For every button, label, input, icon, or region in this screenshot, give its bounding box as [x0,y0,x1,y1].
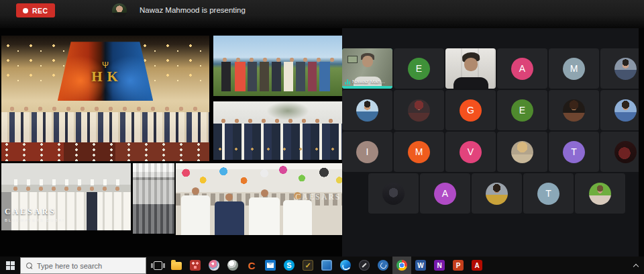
participant-tile-dark[interactable] [368,173,419,214]
onenote-icon-glyph: N [434,260,445,271]
recording-badge: REC [16,3,55,17]
meeting-top-bar: REC Nawaz Mahmood is presenting [0,0,644,28]
avatar-photo-redhead-woman [408,99,430,122]
audio-indicator-icon [345,79,350,85]
group-bodies [213,62,346,91]
app-icon-pink-round[interactable] [205,257,223,274]
avatar-letter: A [434,183,456,205]
balloons [176,163,346,187]
app-icon-red[interactable] [186,257,205,274]
participants-grid: Nawaz Mah...EAMGEIMVTAT [342,28,639,257]
skype-icon[interactable]: S [280,257,299,274]
chrome-icon[interactable] [392,257,411,274]
video-tile-participant[interactable] [445,48,496,89]
app-icon-blue-round[interactable] [374,257,392,274]
participant-tile-V[interactable]: V [445,132,496,172]
meeting-window: REC Nawaz Mahmood is presenting Ψ HK [0,0,644,274]
search-icon [26,263,32,269]
edge-icon[interactable] [336,257,355,274]
windows-logo-icon [6,261,15,270]
avatar-letter: I [356,141,378,163]
avatar-photo-man-outdoor [356,99,378,122]
onenote-icon[interactable]: N [430,257,449,274]
app-icon-blue-square[interactable] [317,257,336,274]
task-view-button-glyph [154,261,162,270]
participant-tile-A[interactable]: A [420,173,470,214]
ccleaner-icon[interactable]: C [242,257,261,274]
presenter-avatar [112,3,127,18]
photo-hk-restaurant: Ψ HK [1,36,209,161]
edge-icon-glyph [340,260,351,271]
app-icon-dark-round[interactable] [355,257,374,274]
windows-taskbar: CS✓WNPA [0,257,644,274]
presented-screen[interactable]: Ψ HK CAESARS BLUEWATERS DUBAI [0,28,342,257]
trident-icon: Ψ [102,62,109,68]
avatar-letter: M [408,141,430,163]
caesars-logo-text: CAESARS [5,207,64,217]
participant-tile-woman-green[interactable] [575,173,625,214]
participant-tile-G[interactable]: G [445,90,496,130]
staff-row-heads [5,105,205,113]
participant-tile-T[interactable]: T [523,173,574,214]
avatar-letter: E [408,58,430,80]
taskbar-search[interactable] [20,257,146,274]
app-icon-blue-square-glyph [321,260,332,271]
participant-tile-woman-yellow[interactable] [472,173,522,214]
avatar-photo-blonde-woman [511,141,533,163]
caesars-sub-text: BLUEWATERS DUBAI [5,218,64,222]
participant-tile-I[interactable]: I [342,132,392,172]
skype-icon-glyph: S [284,260,294,271]
task-view-button[interactable] [148,257,167,274]
file-explorer-icon[interactable] [167,257,186,274]
avatar-photo-woman-yellow [486,183,508,205]
avatar-letter: G [460,99,482,122]
acrobat-icon[interactable]: A [468,257,486,274]
person-chef [181,187,210,235]
app-icon-dark-round-glyph [359,260,370,271]
participant-tile-T[interactable]: T [549,132,599,172]
participant-name-tag: Nawaz Mah... [345,79,385,85]
staff-row-bodies [1,112,209,145]
avatar-photo-woman-blue [614,99,637,122]
mail-icon[interactable] [261,257,280,274]
search-input[interactable] [37,262,138,270]
recording-label: REC [32,7,48,15]
participant-tile-E[interactable]: E [497,90,547,130]
photo-outdoor-group [213,36,346,96]
participant-tile-redhead-woman[interactable] [394,90,444,130]
powerpoint-icon-glyph: P [453,260,464,271]
avatar-photo-man-blue [614,58,637,80]
avatar-letter: M [563,58,585,80]
recording-dot-icon [23,8,28,13]
caesars-watermark: CAESARS [295,192,341,202]
participant-video [445,48,496,89]
dining-tables [1,142,209,161]
hk-logo-text: HK [91,68,123,85]
avatar-letter: T [537,183,559,205]
avatar-letter: A [511,58,533,80]
participant-tile-man-outdoor[interactable] [342,90,392,130]
powerpoint-icon[interactable]: P [449,257,468,274]
avatar-letter: T [563,141,585,163]
app-icon-grey-round-glyph [227,260,238,271]
show-hidden-icons-chevron[interactable] [634,263,639,268]
wall-picture [347,56,358,63]
participant-tile-woman-blue[interactable] [600,90,639,130]
participant-tile-woman-warm[interactable] [549,90,599,130]
hk-logo: Ψ HK [88,62,123,85]
start-button[interactable] [0,257,20,274]
participant-tile-A[interactable]: A [497,48,547,89]
participant-tile-M[interactable]: M [394,132,444,172]
participant-tile-blonde-woman[interactable] [497,132,547,172]
active-speaker-bar [342,86,392,89]
security-check-icon[interactable]: ✓ [299,257,317,274]
ccleaner-icon-glyph: C [246,260,257,271]
participant-tile-E[interactable]: E [394,48,444,89]
video-tile-presenter[interactable]: Nawaz Mah... [342,48,392,89]
participant-tile-man-blue[interactable] [600,48,639,89]
participant-tile-dark-red[interactable] [600,132,639,172]
avatar-photo-woman-green [589,183,611,205]
app-icon-grey-round[interactable] [223,257,242,274]
participant-tile-M[interactable]: M [549,48,599,89]
word-icon[interactable]: W [411,257,430,274]
